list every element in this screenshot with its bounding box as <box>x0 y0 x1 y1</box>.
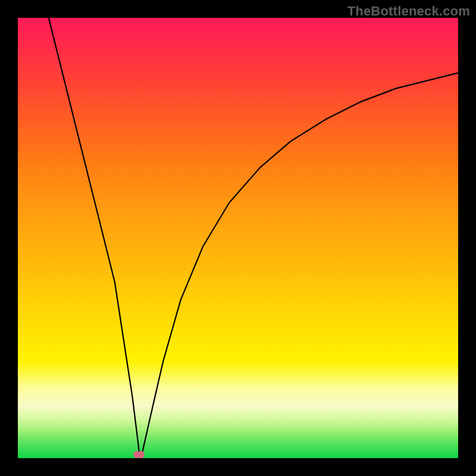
chart-frame: TheBottleneck.com <box>0 0 476 476</box>
bottleneck-curve <box>49 18 458 454</box>
curve-layer <box>18 18 458 458</box>
plot-area <box>18 18 458 458</box>
svg-point-1 <box>137 451 145 458</box>
attribution-text: TheBottleneck.com <box>347 4 470 19</box>
minimum-marker <box>133 451 145 458</box>
